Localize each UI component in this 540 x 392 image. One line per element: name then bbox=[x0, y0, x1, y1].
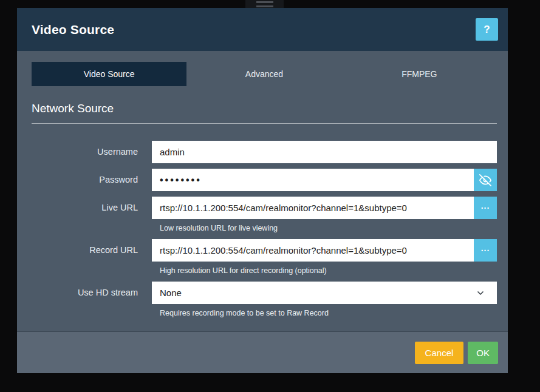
record-url-input[interactable] bbox=[152, 239, 474, 262]
ok-button[interactable]: OK bbox=[468, 342, 498, 364]
password-input[interactable] bbox=[152, 169, 474, 191]
record-url-label: Record URL bbox=[32, 239, 152, 255]
password-label: Password bbox=[32, 169, 152, 184]
network-source-form: Username Password bbox=[32, 141, 497, 319]
record-url-helper: High resolution URL for direct recording… bbox=[160, 266, 497, 275]
live-url-input[interactable] bbox=[152, 197, 474, 219]
live-url-helper: Low resolution URL for live viewing bbox=[160, 224, 497, 232]
dialog-title: Video Source bbox=[32, 22, 476, 37]
section-title: Network Source bbox=[32, 102, 497, 115]
tab-bar: Video Source Advanced FFMPEG bbox=[32, 62, 497, 86]
dialog-footer: Cancel OK bbox=[17, 331, 508, 373]
live-url-row: Live URL ... Low resolution URL for live… bbox=[32, 197, 497, 234]
tab-ffmpeg[interactable]: FFMPEG bbox=[342, 62, 497, 86]
tab-video-source[interactable]: Video Source bbox=[32, 62, 186, 86]
toggle-password-visibility-button[interactable] bbox=[474, 169, 497, 191]
dialog-body: Video Source Advanced FFMPEG Network Sou… bbox=[17, 51, 508, 331]
hd-stream-helper: Requires recording mode to be set to Raw… bbox=[160, 309, 497, 317]
password-row: Password bbox=[32, 169, 497, 191]
section-divider bbox=[32, 123, 497, 124]
menu-button[interactable] bbox=[245, 0, 284, 8]
hd-stream-selected-value: None bbox=[160, 288, 476, 298]
cancel-button[interactable]: Cancel bbox=[415, 342, 464, 364]
hd-stream-label: Use HD stream bbox=[32, 282, 152, 297]
hd-stream-select[interactable]: None bbox=[152, 282, 497, 304]
chevron-down-icon bbox=[476, 288, 485, 298]
eye-off-icon bbox=[479, 174, 491, 186]
live-url-label: Live URL bbox=[32, 197, 152, 212]
live-url-browse-button[interactable]: ... bbox=[474, 197, 497, 219]
video-source-dialog: Video Source ? Video Source Advanced FFM… bbox=[17, 8, 508, 373]
hd-stream-row: Use HD stream None Requires recording mo… bbox=[32, 282, 497, 319]
username-label: Username bbox=[32, 141, 152, 157]
username-row: Username bbox=[32, 141, 497, 163]
tab-advanced[interactable]: Advanced bbox=[186, 62, 341, 86]
hamburger-icon bbox=[256, 5, 273, 7]
help-button[interactable]: ? bbox=[476, 18, 498, 41]
dialog-header: Video Source ? bbox=[17, 8, 508, 51]
record-url-browse-button[interactable]: ... bbox=[474, 239, 497, 262]
record-url-row: Record URL ... High resolution URL for d… bbox=[32, 239, 497, 276]
hamburger-icon bbox=[256, 1, 273, 3]
username-input[interactable] bbox=[152, 141, 497, 163]
